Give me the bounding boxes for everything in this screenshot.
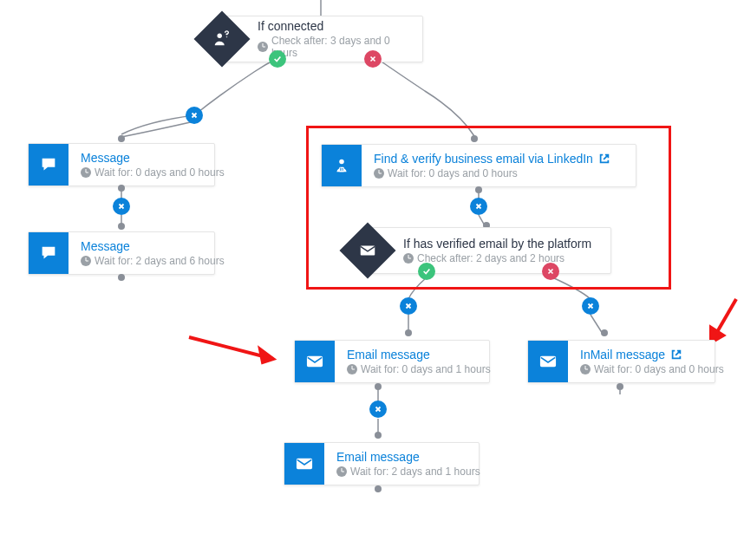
connector-dot: [617, 383, 623, 390]
step-title: Email message: [347, 348, 491, 361]
step-subtext: Wait for: 0 days and 1 hours: [361, 363, 491, 375]
step-message[interactable]: Message Wait for: 2 days and 6 hours: [28, 231, 215, 275]
step-inmail-message[interactable]: InMail message Wait for: 0 days and 0 ho…: [527, 340, 715, 383]
condition-title: If connected: [258, 19, 410, 33]
svg-point-4: [218, 34, 223, 38]
connector-dot: [118, 274, 125, 281]
connector-dot: [375, 432, 382, 439]
chat-icon: [29, 144, 69, 186]
branch-no-icon[interactable]: [364, 50, 382, 68]
step-subtext: Wait for: 0 days and 0 hours: [95, 166, 225, 179]
delete-step-icon[interactable]: [582, 297, 599, 315]
clock-icon: [258, 42, 268, 52]
connector-dot: [118, 223, 125, 230]
highlight-box: [306, 126, 671, 290]
step-title: Email message: [336, 450, 480, 464]
connector-dot: [405, 329, 412, 336]
connector-dot: [375, 485, 382, 492]
condition-if-connected[interactable]: If connected Check after: 3 days and 0 h…: [221, 16, 423, 62]
envelope-icon: [284, 443, 324, 485]
clock-icon: [81, 167, 91, 178]
step-email-message[interactable]: Email message Wait for: 2 days and 1 hou…: [284, 442, 480, 485]
chat-icon: [29, 232, 69, 274]
clock-icon: [580, 364, 591, 374]
envelope-icon: [295, 341, 335, 382]
step-subtext: Wait for: 0 days and 0 hours: [594, 363, 724, 375]
condition-subtext: Check after: 3 days and 0 hours: [271, 35, 410, 59]
step-title: InMail message: [580, 348, 665, 361]
delete-step-icon[interactable]: [369, 400, 387, 418]
connector-dot: [118, 135, 125, 142]
step-subtext: Wait for: 2 days and 6 hours: [95, 255, 225, 267]
connector-dot: [601, 329, 608, 336]
envelope-icon: [528, 341, 568, 382]
delete-step-icon[interactable]: [400, 297, 417, 315]
clock-icon: [347, 364, 357, 374]
svg-marker-1: [260, 349, 273, 362]
step-email-message[interactable]: Email message Wait for: 0 days and 1 hou…: [294, 340, 490, 383]
branch-yes-icon[interactable]: [269, 50, 286, 68]
step-subtext: Wait for: 2 days and 1 hours: [350, 466, 480, 478]
delete-step-icon[interactable]: [113, 198, 130, 215]
clock-icon: [336, 466, 347, 477]
step-title: Message: [81, 239, 225, 253]
svg-line-2: [711, 299, 736, 342]
connector-dot: [118, 185, 125, 192]
connector-dot: [375, 383, 382, 390]
delete-step-icon[interactable]: [186, 107, 203, 124]
step-title: Message: [81, 151, 225, 165]
clock-icon: [81, 256, 91, 266]
step-message[interactable]: Message Wait for: 0 days and 0 hours: [28, 143, 215, 186]
external-link-icon[interactable]: [670, 348, 682, 361]
svg-line-0: [189, 337, 273, 359]
